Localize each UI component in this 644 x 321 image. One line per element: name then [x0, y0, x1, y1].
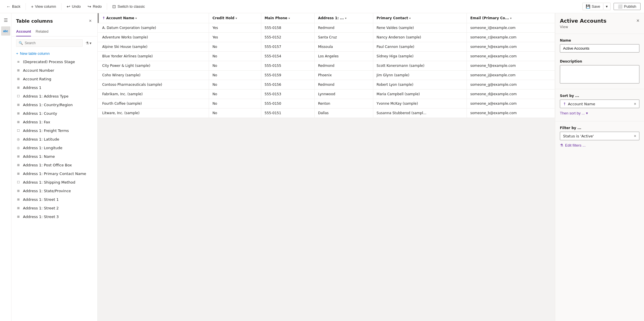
topbar-divider-1: [26, 3, 26, 10]
tab-account[interactable]: Account: [16, 27, 31, 36]
publish-button[interactable]: ⬜ Publish: [614, 3, 641, 10]
cell-credit_hold: Yes: [209, 33, 261, 42]
table-row: Blue Yonder Airlines (sample)No555-0154L…: [98, 52, 555, 61]
sidebar-item-address-1-shipping[interactable]: ☐ Address 1: Shipping Method: [11, 178, 97, 186]
cell-account_name: Fourth Coffee (sample): [99, 99, 209, 108]
cell-credit_hold: No: [209, 61, 261, 71]
sidebar-item-icon-address-1-county: ⊞: [16, 111, 21, 116]
sidebar-item-label-address-1-street2: Address 1: Street 2: [23, 206, 59, 210]
new-column-button[interactable]: + New table column: [11, 50, 97, 57]
filter-button[interactable]: ⚗ ▾: [84, 40, 93, 46]
sidebar-item-label-address-1-shipping: Address 1: Shipping Method: [23, 180, 75, 184]
save-chevron-icon: ▾: [606, 4, 608, 9]
sort-field-label: Account Name: [568, 102, 595, 106]
cell-email: someone_j@example.com: [467, 71, 555, 80]
sidebar-item-icon-address-1-state: ⊞: [16, 188, 21, 193]
filter-tag-label: Status is 'Active': [563, 134, 594, 138]
sidebar-item-address-1-longitude[interactable]: ◎ Address 1: Longitude: [11, 143, 97, 152]
sidebar-item-label-address-1-name: Address 1: Name: [23, 154, 55, 159]
sidebar-item-address-1[interactable]: ⊞ Address 1: [11, 83, 97, 92]
cell-address: Phoenix: [314, 71, 373, 80]
right-panel: Active Accounts × View Name Description …: [555, 13, 644, 321]
save-dropdown-button[interactable]: ▾: [603, 3, 610, 10]
rp-close-button[interactable]: ×: [636, 18, 639, 24]
rp-description-input[interactable]: [560, 65, 639, 83]
then-sort-button[interactable]: Then sort by ... ▾: [560, 110, 588, 116]
cell-main_phone: 555-0155: [261, 61, 314, 71]
switch-classic-button[interactable]: ⊡ Switch to classic: [109, 3, 148, 10]
col-header-main-phone[interactable]: Main Phone▾: [261, 13, 314, 23]
filter-remove-button[interactable]: ×: [634, 134, 636, 138]
sidebar-item-deprecated-process-stage[interactable]: ≡ (Deprecated) Process Stage: [11, 57, 97, 66]
save-button[interactable]: 💾 Save: [583, 3, 604, 10]
col-header-primary-contact[interactable]: Primary Contact▾: [373, 13, 467, 23]
abc-icon: abc: [3, 30, 8, 33]
sidebar-header: Table columns ×: [11, 13, 97, 27]
sidebar-item-address-1-freight[interactable]: ☐ Address 1: Freight Terms: [11, 126, 97, 135]
rp-filter-label: Filter by ...: [560, 126, 639, 130]
table-row: Coho Winery (sample)No555-0159PhoenixJim…: [98, 71, 555, 80]
cell-main_phone: 555-0158: [261, 23, 314, 33]
hamburger-button[interactable]: ☰: [1, 15, 10, 25]
redo-button[interactable]: ↪ Redo: [85, 3, 105, 10]
sidebar-item-label-address-1-freight: Address 1: Freight Terms: [23, 129, 69, 133]
cell-credit_hold: No: [209, 42, 261, 52]
sidebar-item-address-1-fax[interactable]: ⊞ Address 1: Fax: [11, 118, 97, 126]
sidebar-item-account-rating[interactable]: ⊞ Account Rating: [11, 75, 97, 83]
rp-name-input[interactable]: [560, 44, 639, 52]
sidebar-item-icon-account-number: ⊞: [16, 68, 21, 73]
col-chevron-icon-email: ▾: [510, 17, 512, 20]
edit-filters-funnel-icon: ⚗: [560, 143, 563, 147]
sidebar-item-address-1-latitude[interactable]: ◎ Address 1: Latitude: [11, 135, 97, 143]
cell-email: someone_g@example.com: [467, 80, 555, 90]
sidebar-item-label-address-1-type: Address 1: Address Type: [23, 94, 68, 98]
sidebar-item-address-1-primary-contact[interactable]: ⊞ Address 1: Primary Contact Name: [11, 169, 97, 178]
col-header-email[interactable]: Email (Primary Co...▾: [467, 13, 555, 23]
cell-address: Lynnwood: [314, 90, 373, 99]
plus-icon: +: [31, 4, 34, 9]
cell-email: someone_d@example.com: [467, 90, 555, 99]
filter-tag: Status is 'Active' ×: [560, 132, 639, 140]
col-header-address1[interactable]: Address 1: ...▾: [314, 13, 373, 23]
cell-email: someone_c@example.com: [467, 33, 555, 42]
sidebar-item-address-1-county[interactable]: ⊞ Address 1: County: [11, 109, 97, 118]
cell-main_phone: 555-0154: [261, 52, 314, 61]
redo-icon: ↪: [88, 4, 91, 9]
edit-filters-button[interactable]: ⚗ Edit filters ...: [560, 142, 586, 149]
undo-button[interactable]: ↩ Undo: [64, 3, 84, 10]
cell-primary_contact: Yvonne McKay (sample): [373, 99, 467, 108]
sidebar-item-address-1-country[interactable]: ⊞ Address 1: Country/Region: [11, 100, 97, 109]
sidebar-item-address-1-name[interactable]: ⊞ Address 1: Name: [11, 152, 97, 161]
rp-divider-1: [555, 34, 644, 34]
cell-credit_hold: No: [209, 90, 261, 99]
back-button[interactable]: ← Back: [3, 3, 23, 10]
cell-credit_hold: No: [209, 80, 261, 90]
col-header-account-name[interactable]: ↑Account Name▾: [99, 13, 209, 23]
sidebar-item-address-1-type[interactable]: ☐ Address 1: Address Type: [11, 92, 97, 100]
sidebar-search-area: 🔍 ⚗ ▾: [11, 36, 97, 50]
sidebar-close-button[interactable]: ×: [88, 17, 93, 25]
col-header-credit-hold[interactable]: Credit Hold▾: [209, 13, 261, 23]
sidebar-item-address-1-street1[interactable]: ⊞ Address 1: Street 1: [11, 195, 97, 204]
edit-filters-label: Edit filters ...: [565, 143, 586, 147]
view-column-button[interactable]: + View column: [28, 3, 59, 10]
tab-related[interactable]: Related: [36, 27, 49, 36]
search-input[interactable]: [25, 41, 80, 45]
table-row: Litware, Inc. (sample)No555-0151DallasSu…: [98, 108, 555, 118]
sidebar-item-label-address-1-primary-contact: Address 1: Primary Contact Name: [23, 172, 86, 176]
sidebar-item-address-1-street3[interactable]: ⊞ Address 1: Street 3: [11, 212, 97, 221]
sidebar-item-address-1-street2[interactable]: ⊞ Address 1: Street 2: [11, 204, 97, 212]
cell-account_name: Adventure Works (sample): [99, 33, 209, 42]
sidebar-item-account-number[interactable]: ⊞ Account Number: [11, 66, 97, 75]
sidebar-item-icon-address-1-primary-contact: ⊞: [16, 171, 21, 176]
sidebar-item-address-1-state[interactable]: ⊞ Address 1: State/Province: [11, 186, 97, 195]
back-icon: ←: [6, 4, 11, 9]
table-row: Fabrikam, Inc. (sample)No555-0153Lynnwoo…: [98, 90, 555, 99]
sidebar-item-address-1-pobox[interactable]: ⊞ Address 1: Post Office Box: [11, 161, 97, 169]
sidebar-item-label-address-1-county: Address 1: County: [23, 111, 57, 116]
rp-filter-section: Filter by ... Status is 'Active' × ⚗ Edi…: [555, 122, 644, 152]
sidebar-tabs: Account Related: [11, 27, 97, 36]
sort-remove-button[interactable]: ×: [634, 102, 636, 106]
abc-button[interactable]: abc: [1, 26, 10, 36]
rp-sort-section: Sort by ... ↑ Account Name × Then sort b…: [555, 90, 644, 120]
